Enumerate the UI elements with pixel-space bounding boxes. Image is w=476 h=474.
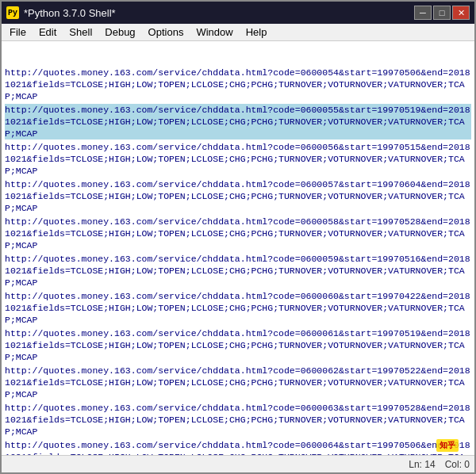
line-item: http://quotes.money.163.com/service/chdd… <box>5 67 471 102</box>
line-item: http://quotes.money.163.com/service/chdd… <box>5 290 471 326</box>
line-item: http://quotes.money.163.com/service/chdd… <box>5 402 471 438</box>
line-item: http://quotes.money.163.com/service/chdd… <box>5 327 471 363</box>
text-area[interactable]: http://quotes.money.163.com/service/chdd… <box>2 41 474 455</box>
line-item: http://quotes.money.163.com/service/chdd… <box>5 104 471 140</box>
menu-item-window[interactable]: Window <box>191 25 237 39</box>
title-bar: Py *Python 3.7.0 Shell* ─ □ ✕ <box>2 2 474 24</box>
col-status: Col: 0 <box>445 459 470 470</box>
menu-item-debug[interactable]: Debug <box>100 25 140 39</box>
line-item: http://quotes.money.163.com/service/chdd… <box>5 439 471 455</box>
ln-status: Ln: 14 <box>409 459 435 470</box>
menu-bar: FileEditShellDebugOptionsWindowHelp <box>2 24 474 41</box>
menu-item-edit[interactable]: Edit <box>34 25 61 39</box>
status-info: Ln: 14 Col: 0 <box>409 459 470 470</box>
menu-item-options[interactable]: Options <box>144 25 189 39</box>
window-title: *Python 3.7.0 Shell* <box>24 7 116 19</box>
line-item: http://quotes.money.163.com/service/chdd… <box>5 253 471 289</box>
menu-item-file[interactable]: File <box>5 25 31 39</box>
close-button[interactable]: ✕ <box>452 6 470 20</box>
line-item: http://quotes.money.163.com/service/chdd… <box>5 178 471 214</box>
status-bar: Ln: 14 Col: 0 <box>2 455 474 472</box>
title-bar-left: Py *Python 3.7.0 Shell* <box>6 6 116 19</box>
shell-output: http://quotes.money.163.com/service/chdd… <box>5 43 471 455</box>
menu-item-shell[interactable]: Shell <box>64 25 97 39</box>
line-item: http://quotes.money.163.com/service/chdd… <box>5 216 471 251</box>
line-item: http://quotes.money.163.com/service/chdd… <box>5 365 471 400</box>
line-item: http://quotes.money.163.com/service/chdd… <box>5 141 471 177</box>
maximize-button[interactable]: □ <box>433 6 451 20</box>
title-bar-buttons: ─ □ ✕ <box>414 6 470 20</box>
menu-item-help[interactable]: Help <box>241 25 272 39</box>
minimize-button[interactable]: ─ <box>414 6 432 20</box>
window: Py *Python 3.7.0 Shell* ─ □ ✕ FileEditSh… <box>0 0 476 474</box>
content-area: http://quotes.money.163.com/service/chdd… <box>2 41 474 455</box>
python-icon: Py <box>6 6 19 19</box>
